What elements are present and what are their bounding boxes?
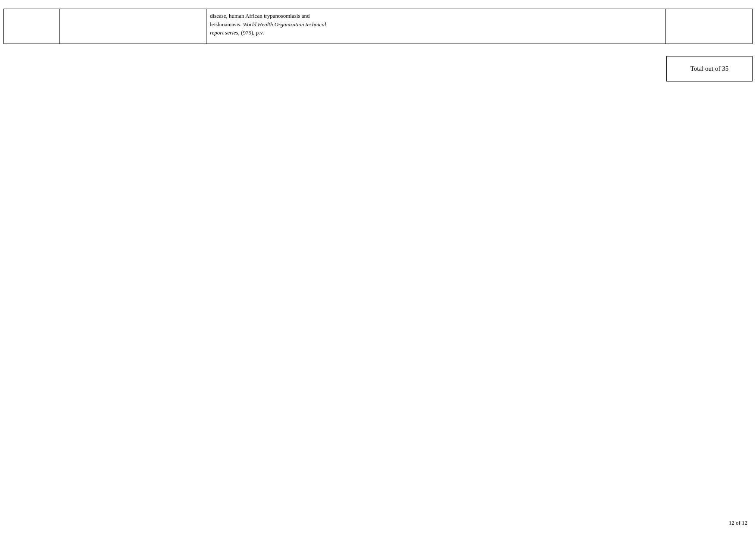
table-row: disease, human African trypanosomiasis a…: [3, 9, 753, 44]
cell-col3-content: disease, human African trypanosomiasis a…: [210, 12, 326, 37]
total-label: Total out of 35: [690, 65, 729, 72]
col3-normal: leishmaniasis.: [210, 21, 241, 28]
col3-line1: disease, human African trypanosomiasis a…: [210, 13, 309, 19]
cell-col2: [60, 9, 206, 44]
page-container: disease, human African trypanosomiasis a…: [0, 0, 756, 535]
col3-report-series: report series,: [210, 29, 240, 36]
col3-line2: leishmaniasis. World Health Organization…: [210, 21, 326, 28]
page-number: 12 of 12: [729, 519, 747, 526]
col3-line3-italic: report series,: [210, 29, 240, 36]
cell-col3: disease, human African trypanosomiasis a…: [206, 9, 666, 44]
cell-col1: [4, 9, 60, 44]
cell-col4: [666, 9, 752, 44]
table-section: disease, human African trypanosomiasis a…: [3, 9, 753, 44]
total-out-of-box: Total out of 35: [666, 56, 753, 81]
col3-report-num: (975), p.v.: [241, 29, 264, 36]
page-number-text: 12 of 12: [729, 519, 747, 526]
col3-italic: World Health Organization technical: [243, 21, 326, 28]
